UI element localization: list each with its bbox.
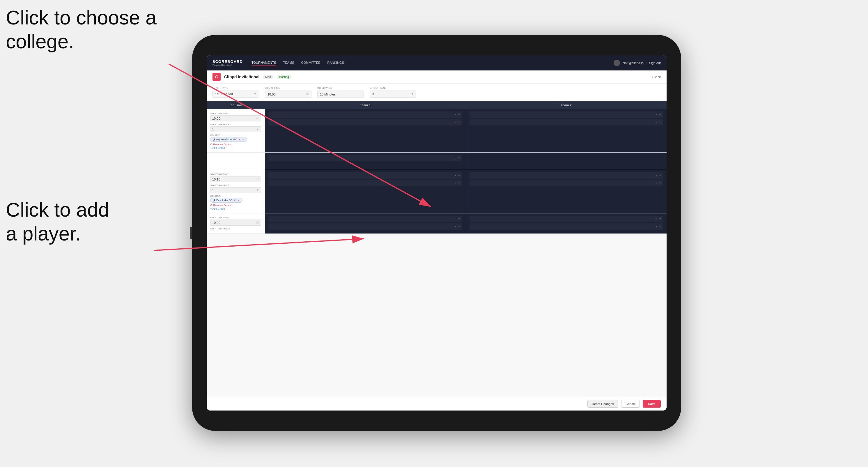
player-slot[interactable]: ✕ ▼: [469, 173, 663, 179]
player-slot[interactable]: ✕ ▼: [268, 155, 462, 161]
back-button[interactable]: ‹ Back: [652, 75, 661, 79]
brand: SCOREBOARD Powered by clippd: [213, 59, 243, 66]
nav-tournaments[interactable]: TOURNAMENTS: [251, 60, 276, 66]
course-label: COURSE:: [210, 134, 261, 136]
course-tag-1[interactable]: 🏞 (A) Peachtree GC ✕ ▼: [210, 137, 247, 142]
group-row-2: STARTING TIME: 10:10ⓘ STARTING HOLE: 1▼ …: [207, 170, 666, 213]
player-slot[interactable]: ✕ ▼: [469, 180, 663, 186]
bottom-bar: Reset Changes Cancel Save: [207, 397, 666, 410]
time-input-2[interactable]: 10:10ⓘ: [210, 176, 261, 182]
player-slot[interactable]: ✕ ▼: [268, 112, 462, 118]
start-type-select[interactable]: 1st Tee Start ▼: [213, 91, 259, 97]
time-input-1[interactable]: 10:00ⓘ: [210, 115, 261, 121]
annotation-college: Click to choose acollege.: [6, 6, 157, 53]
group-left-2: STARTING TIME: 10:10ⓘ STARTING HOLE: 1▼ …: [207, 170, 265, 213]
th-team1: Team 1: [265, 101, 466, 109]
top-nav: SCOREBOARD Powered by clippd TOURNAMENTS…: [207, 55, 666, 70]
intervals-group: Intervals 10 Minutes ⓘ: [317, 87, 364, 98]
nav-committee[interactable]: COMMITTEE: [301, 60, 320, 66]
controls-row: Start Type 1st Tee Start ▼ Start Time 10…: [207, 84, 666, 101]
nav-teams[interactable]: TEAMS: [283, 60, 294, 66]
player-slot[interactable]: ✕ ▼: [268, 180, 462, 186]
tournament-name: Clippd Invitational: [224, 74, 259, 79]
player-slot[interactable]: ✕ ▼: [469, 112, 663, 118]
team1-group2: ✕ ▼ ✕ ▼: [265, 170, 466, 213]
clippd-logo: C: [213, 73, 221, 81]
start-time-select[interactable]: 10:00 ⓘ: [265, 91, 311, 98]
start-time-label: Start Time: [265, 87, 311, 89]
th-team2: Team 2: [466, 101, 666, 109]
gender-badge: Men: [263, 75, 273, 79]
sign-out-link[interactable]: Sign out: [649, 61, 661, 65]
starting-hole-label-2: STARTING HOLE:: [210, 184, 261, 187]
team2-group3: ✕ ▼ ✕ ▼: [466, 213, 667, 234]
table-body: STARTING TIME: 10:00ⓘ STARTING HOLE: 1▼ …: [207, 109, 666, 397]
group-left-3: STARTING TIME: 10:20ⓘ STARTING HOLE:: [207, 213, 265, 234]
start-type-label: Start Type: [213, 87, 259, 89]
table-header: Tee Time Team 1 Team 2: [207, 101, 666, 109]
player-slot[interactable]: ✕ ▼: [469, 223, 663, 230]
th-tee-time: Tee Time: [207, 101, 265, 109]
nav-right: blair@clippd.io | Sign out: [614, 60, 661, 66]
team1-course1: ✕ ▼: [265, 153, 466, 170]
course-label-2: COURSE:: [210, 195, 261, 197]
reset-button[interactable]: Reset Changes: [587, 400, 618, 408]
group-size-label: Group Size: [370, 87, 416, 89]
player-slot[interactable]: ✕ ▼: [469, 216, 663, 222]
team1-group1: ✕ ▼ ✕ ▼: [265, 109, 466, 152]
intervals-label: Intervals: [317, 87, 364, 89]
player-slot[interactable]: ✕ ▼: [268, 173, 462, 179]
hosting-badge: Hosting: [277, 75, 291, 79]
side-button: [190, 227, 192, 239]
nav-links: TOURNAMENTS TEAMS COMMITTEE RANKINGS: [251, 60, 614, 66]
hole-input-2[interactable]: 1▼: [210, 187, 261, 193]
time-input-3[interactable]: 10:20ⓘ: [210, 220, 261, 226]
team2-group2: ✕ ▼ ✕ ▼: [466, 170, 667, 213]
user-email: blair@clippd.io: [622, 61, 643, 65]
group-left-1: STARTING TIME: 10:00ⓘ STARTING HOLE: 1▼ …: [207, 109, 265, 152]
remove-group-2[interactable]: ↺ Remove Group: [210, 204, 261, 207]
starting-hole-label-3: STARTING HOLE:: [210, 227, 261, 230]
course-tag-2[interactable]: 🏞 East Lake GC ✕ ▼: [210, 198, 243, 203]
group-size-group: Group Size 3 ▼: [370, 87, 416, 98]
start-type-group: Start Type 1st Tee Start ▼: [213, 87, 259, 98]
team1-group3: ✕ ▼ ✕ ▼: [265, 213, 466, 234]
group-row-course1: ✕ ▼: [207, 153, 666, 170]
sub-header: C Clippd Invitational Men Hosting ‹ Back: [207, 70, 666, 84]
starting-time-label-3: STARTING TIME:: [210, 216, 261, 219]
annotation-player: Click to adda player.: [6, 198, 109, 245]
brand-sub: Powered by clippd: [213, 64, 243, 66]
add-group-2[interactable]: + Add Group: [210, 207, 261, 210]
avatar: [614, 60, 620, 66]
cancel-button[interactable]: Cancel: [621, 400, 640, 408]
group-row-3: STARTING TIME: 10:20ⓘ STARTING HOLE: ✕ ▼…: [207, 213, 666, 234]
player-slot[interactable]: ✕ ▼: [469, 119, 663, 125]
nav-rankings[interactable]: RANKINGS: [328, 60, 344, 66]
starting-time-label-2: STARTING TIME:: [210, 173, 261, 176]
tablet-screen: SCOREBOARD Powered by clippd TOURNAMENTS…: [207, 55, 666, 410]
group-size-select[interactable]: 3 ▼: [370, 91, 416, 97]
add-group-1[interactable]: + Add Group: [210, 147, 261, 149]
group-row: STARTING TIME: 10:00ⓘ STARTING HOLE: 1▼ …: [207, 109, 666, 153]
remove-group-1[interactable]: ↺ Remove Group: [210, 143, 261, 146]
starting-hole-label: STARTING HOLE:: [210, 123, 261, 126]
player-slot[interactable]: ✕ ▼: [268, 223, 462, 230]
save-button[interactable]: Save: [643, 400, 661, 408]
tablet-frame: SCOREBOARD Powered by clippd TOURNAMENTS…: [192, 35, 681, 431]
starting-time-label: STARTING TIME:: [210, 112, 261, 115]
team2-group1: ✕ ▼ ✕ ▼: [466, 109, 667, 152]
start-time-group: Start Time 10:00 ⓘ: [265, 87, 311, 98]
intervals-select[interactable]: 10 Minutes ⓘ: [317, 91, 364, 98]
player-slot[interactable]: ✕ ▼: [268, 119, 462, 125]
player-slot[interactable]: ✕ ▼: [268, 216, 462, 222]
hole-input-1[interactable]: 1▼: [210, 126, 261, 132]
team2-course1: [466, 153, 667, 170]
brand-title: SCOREBOARD: [213, 59, 243, 64]
